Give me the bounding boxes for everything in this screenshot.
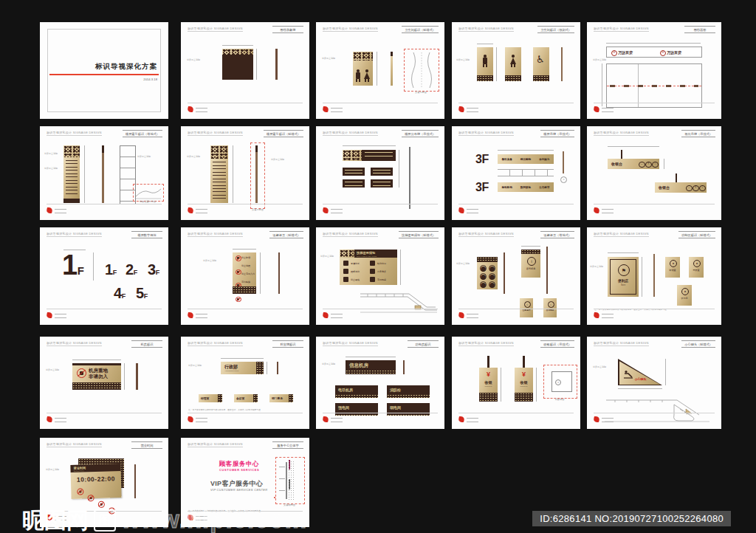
dimension-line	[221, 358, 264, 359]
pattern-band	[218, 394, 222, 402]
page-title-tab: 楼层索引标识（落地式）	[123, 130, 162, 137]
prohibition-icon	[236, 255, 241, 261]
page-title-tab: 温馨提示（落地式）	[540, 231, 574, 238]
slide-header: 标识导视深化设计 SIGNAGE DESIGN	[323, 233, 378, 237]
install-caption: 安装示意图	[244, 209, 271, 212]
floor-number: 3F	[475, 181, 489, 194]
fixing-detail-icon: o	[555, 379, 561, 385]
function-plate: ● 母婴室	[689, 257, 704, 278]
hanging-plate	[343, 179, 365, 188]
category-label: 精品购物	[520, 158, 531, 161]
room-label: 电话机房	[338, 388, 353, 392]
brand-logo-icon	[188, 416, 210, 424]
small-info-stand: i 温馨提示	[520, 298, 533, 317]
brand-logo-icon	[458, 207, 481, 215]
leader-note: 材质工艺说明	[46, 369, 69, 372]
function-label: 吸烟室	[666, 269, 679, 272]
dimension-line	[498, 150, 554, 151]
slide-10: 标识导视深化设计 SIGNAGE DESIGN 导向吊牌（吊挂式） 收银台 ← …	[587, 126, 721, 220]
plate-side-view	[653, 254, 655, 297]
pictogram-icon	[370, 269, 375, 274]
dimension-line	[256, 49, 257, 80]
plate-label: 收银台	[659, 185, 670, 190]
room-label: 会议室	[236, 396, 244, 400]
cashier-hanging-plate: ¥ 收银 Cash Desk	[479, 368, 498, 402]
room-label: 经理室	[201, 396, 209, 400]
store-label-en: Store	[611, 284, 636, 286]
page-title-tab: 卫生间标识（蚀刻式）	[537, 26, 574, 33]
page-title-tab: 机房标识	[131, 340, 162, 348]
yen-symbol: ¥	[515, 371, 533, 378]
vip-center-en: VIP CUSTOMER SERVICES CENTER	[210, 488, 267, 492]
floor-digit: 2	[126, 261, 134, 278]
hanger-stem	[676, 173, 677, 182]
page-title-tab: 导向吊牌（吊挂式）	[681, 130, 715, 137]
dimension-line	[606, 43, 701, 44]
footer-rule	[47, 309, 162, 309]
leader-note: 材质工艺说明	[456, 59, 475, 62]
brand-logo-icon	[188, 514, 210, 522]
room-label: 弱电间	[390, 405, 401, 410]
slide-21: 标识导视深化设计 SIGNAGE DESIGN 营业时间 营业时间 Busine…	[40, 438, 168, 527]
pattern-band	[253, 394, 258, 402]
yen-icon: ¥	[693, 185, 699, 192]
page-title-tab: 围挡形象牌	[272, 26, 303, 33]
prohibition-icon	[236, 297, 241, 303]
brand-logo-icon	[47, 207, 69, 215]
brand-logo-icon	[594, 207, 616, 215]
canvas: 标识导视深化方案 2014.3.18 标识导视深化设计 SIGNAGE DESI…	[0, 0, 756, 533]
floor-numeral: 5F	[136, 285, 148, 302]
directory-pylon-front	[63, 145, 80, 203]
dimension-line	[63, 250, 86, 250]
cover-title: 标识导视深化方案	[95, 62, 157, 72]
leader-note: 材质工艺说明	[187, 156, 207, 159]
dimension-line	[665, 359, 666, 385]
dimension-line	[84, 145, 85, 203]
pictogram-icon: ●	[489, 281, 495, 288]
brand-logo-icon	[323, 312, 345, 320]
floor-suffix: F	[122, 292, 126, 300]
function-plate: ● 吸烟室	[665, 257, 680, 278]
pattern-band	[63, 145, 80, 157]
pattern-band	[343, 150, 362, 161]
notice-label: 禁止宠物入内	[241, 272, 255, 275]
cashier-label-en: Cash Desk	[479, 385, 498, 387]
dimension-line	[377, 52, 377, 86]
pattern-band	[387, 394, 430, 398]
leader-note: 材质工艺说明	[322, 58, 347, 61]
brand-logo-icon	[458, 106, 481, 114]
direction-plate: 收银台 ← ¥ i	[608, 159, 659, 169]
function-room-plate: 电话机房	[335, 385, 378, 398]
slide-02: 标识导视深化设计 SIGNAGE DESIGN 围挡形象牌 材质工艺说明	[181, 22, 309, 119]
stand-label: 咨询服务	[524, 267, 537, 270]
room-label: 强电间	[338, 405, 349, 410]
footer-rule	[323, 103, 438, 103]
footer-rule	[323, 413, 438, 413]
plate-side-view	[403, 360, 405, 374]
hoarding-banner: W 万达百货 W 万达百货	[606, 47, 702, 58]
hanging-plate	[371, 179, 393, 188]
pattern-band	[340, 250, 354, 258]
leader-tick	[279, 490, 285, 491]
function-plate: ● 饮水间	[677, 285, 692, 306]
dimension-line	[501, 368, 501, 402]
stand-pole-side	[546, 247, 548, 294]
dimension-line	[536, 368, 537, 402]
dimension-line	[400, 250, 401, 285]
info-stand-plate: i 咨询服务	[521, 250, 540, 278]
plate-side-view	[277, 362, 278, 374]
brand-mark-icon: W	[660, 50, 666, 56]
brand-logo-icon	[594, 416, 616, 424]
prohibition-icon	[77, 368, 86, 378]
room-plate: 会议室	[234, 394, 258, 402]
page-title-tab: 卫生间标识（贴墙式）	[402, 26, 439, 33]
pylon-base	[63, 199, 80, 203]
pictogram-icon: ●	[480, 281, 487, 288]
pictogram-icon	[370, 277, 375, 282]
board-subtitle: ESCALATOR SAFETY GUIDE	[357, 255, 377, 257]
brand-logo-icon	[188, 106, 210, 114]
room-label: 部门事务	[272, 396, 283, 400]
sign-front-view	[222, 49, 253, 80]
notice-item: 站稳扶好	[377, 262, 386, 265]
hanging-plate	[343, 168, 365, 176]
